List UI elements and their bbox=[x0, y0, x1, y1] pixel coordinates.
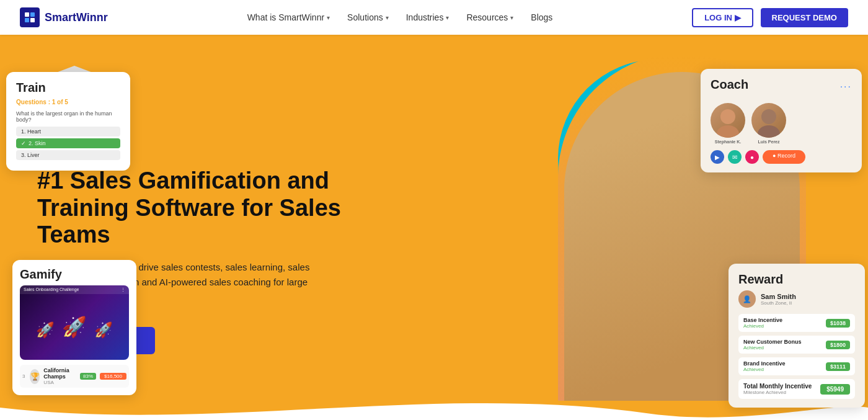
reward-total-label: Total Monthly Incentive bbox=[743, 383, 812, 390]
chevron-down-icon: ▾ bbox=[327, 14, 330, 21]
reward-username: Sam Smith bbox=[761, 293, 796, 300]
team-info: California Champs USA bbox=[43, 367, 76, 385]
gamify-card-title: Gamify bbox=[20, 267, 129, 282]
hero-section: G2 Leader SPRING 2024 #1 Sales Gamificat… bbox=[0, 35, 868, 420]
coach-avatars: Stephanie K. Luis Perez bbox=[711, 103, 852, 144]
reward-avatar: 👤 bbox=[738, 290, 756, 308]
svg-point-7 bbox=[758, 125, 780, 138]
coach-chat-icon[interactable]: ✉ bbox=[728, 150, 742, 164]
nav-what[interactable]: What is SmartWinnr ▾ bbox=[247, 12, 330, 22]
reward-milestone: Milestone Achieved bbox=[743, 390, 812, 395]
svg-rect-0 bbox=[25, 12, 29, 17]
navbar: SmartWinnr What is SmartWinnr ▾ Solution… bbox=[0, 0, 868, 35]
team-flag-icon: 🏆 bbox=[30, 369, 40, 384]
team-country: USA bbox=[43, 380, 76, 385]
check-icon: ✓ bbox=[21, 140, 26, 146]
team-amount-badge: $16,500 bbox=[100, 373, 126, 380]
reward-amount-2: $1800 bbox=[826, 341, 850, 349]
rep2-avatar bbox=[751, 103, 786, 138]
gamify-card: Gamify Sales Onboarding Challenge ⋮ 🚀 🚀 … bbox=[12, 260, 136, 395]
nav-buttons: LOG IN ▶ REQUEST DEMO bbox=[692, 8, 848, 27]
chevron-down-icon: ▾ bbox=[446, 14, 449, 21]
chevron-down-icon: ▾ bbox=[510, 14, 513, 21]
train-questions-label: Questions : 1 of 5 bbox=[16, 99, 120, 105]
login-button[interactable]: LOG IN ▶ bbox=[692, 8, 753, 27]
rocket-icon-2: 🚀 bbox=[62, 315, 87, 339]
train-card-title: Train bbox=[16, 81, 120, 95]
reward-card-title: Reward bbox=[738, 272, 855, 287]
gamify-screen: Sales Onboarding Challenge ⋮ 🚀 🚀 🚀 bbox=[20, 285, 129, 360]
coach-rep2: Luis Perez bbox=[751, 103, 786, 144]
coach-card-title: Coach bbox=[711, 78, 748, 92]
rocket-icon-3: 🚀 bbox=[94, 321, 113, 339]
coach-card: Coach ··· Stephanie K. bbox=[701, 69, 862, 172]
train-card: Train Questions : 1 of 5 What is the lar… bbox=[6, 72, 130, 171]
coach-dot-icon[interactable]: ● bbox=[745, 150, 759, 164]
coach-header: Coach ··· bbox=[711, 78, 852, 96]
reward-amount-3: $3111 bbox=[826, 362, 850, 371]
logo[interactable]: SmartWinnr bbox=[20, 7, 108, 27]
reward-incentive-3: Brand Incentive Achieved $3111 bbox=[738, 357, 855, 375]
rep1-avatar bbox=[711, 103, 745, 138]
reward-card: Reward 👤 Sam Smith South Zone, II Base I… bbox=[728, 264, 865, 408]
request-demo-nav-button[interactable]: REQUEST DEMO bbox=[761, 8, 848, 27]
reward-user-info: 👤 Sam Smith South Zone, II bbox=[738, 290, 855, 308]
reward-incentive-2: New Customer Bonus Achieved $1800 bbox=[738, 336, 855, 354]
reward-total-info: Total Monthly Incentive Milestone Achiev… bbox=[743, 383, 812, 395]
gamify-team-row: 3 🏆 California Champs USA 83% $16,500 bbox=[20, 365, 129, 388]
answer-option-2-correct[interactable]: ✓ 2. Skin bbox=[16, 138, 120, 148]
nav-resources[interactable]: Resources ▾ bbox=[466, 12, 513, 22]
coach-rep1: Stephanie K. bbox=[711, 103, 745, 144]
svg-rect-2 bbox=[25, 18, 29, 22]
reward-amount-1: $1038 bbox=[826, 319, 850, 328]
svg-point-6 bbox=[761, 109, 776, 124]
gamify-contest-bar: Sales Onboarding Challenge ⋮ bbox=[20, 285, 129, 294]
reward-user-details: Sam Smith South Zone, II bbox=[761, 293, 796, 306]
rep1-name: Stephanie K. bbox=[711, 140, 745, 144]
reward-role: South Zone, II bbox=[761, 300, 796, 306]
coach-action-buttons: ▶ ✉ ● ● Record bbox=[711, 150, 852, 164]
answer-option-1[interactable]: 1. Heart bbox=[16, 127, 120, 136]
gamify-menu-icon[interactable]: ⋮ bbox=[121, 287, 125, 292]
hero-headline: #1 Sales Gamification and Training Softw… bbox=[37, 168, 366, 249]
coach-video-icon[interactable]: ▶ bbox=[711, 150, 724, 164]
rep2-name: Luis Perez bbox=[751, 140, 786, 144]
nav-industries[interactable]: Industries ▾ bbox=[406, 12, 450, 22]
coach-record-button[interactable]: ● Record bbox=[763, 150, 805, 164]
svg-point-5 bbox=[717, 125, 739, 138]
answer-option-3[interactable]: 3. Liver bbox=[16, 150, 120, 160]
rocket-icon-1: 🚀 bbox=[36, 321, 55, 339]
svg-rect-3 bbox=[30, 18, 35, 22]
nav-solutions[interactable]: Solutions ▾ bbox=[347, 12, 389, 22]
chevron-down-icon: ▾ bbox=[386, 14, 389, 21]
team-name: California Champs bbox=[43, 367, 76, 380]
team-pct-badge: 83% bbox=[80, 373, 96, 380]
coach-options-icon[interactable]: ··· bbox=[840, 81, 852, 92]
nav-links: What is SmartWinnr ▾ Solutions ▾ Industr… bbox=[247, 12, 553, 22]
train-question-text: What is the largest organ in the human b… bbox=[16, 110, 120, 123]
logo-text: SmartWinnr bbox=[45, 11, 108, 24]
logo-icon bbox=[20, 7, 40, 27]
svg-rect-1 bbox=[30, 12, 35, 17]
reward-total-amount: $5949 bbox=[820, 384, 850, 395]
gamify-rockets-display: 🚀 🚀 🚀 bbox=[20, 294, 129, 344]
reward-total-row: Total Monthly Incentive Milestone Achiev… bbox=[738, 379, 855, 399]
nav-blogs[interactable]: Blogs bbox=[531, 12, 552, 22]
reward-incentive-1: Base Incentive Achieved $1038 bbox=[738, 314, 855, 332]
svg-point-4 bbox=[720, 109, 735, 124]
